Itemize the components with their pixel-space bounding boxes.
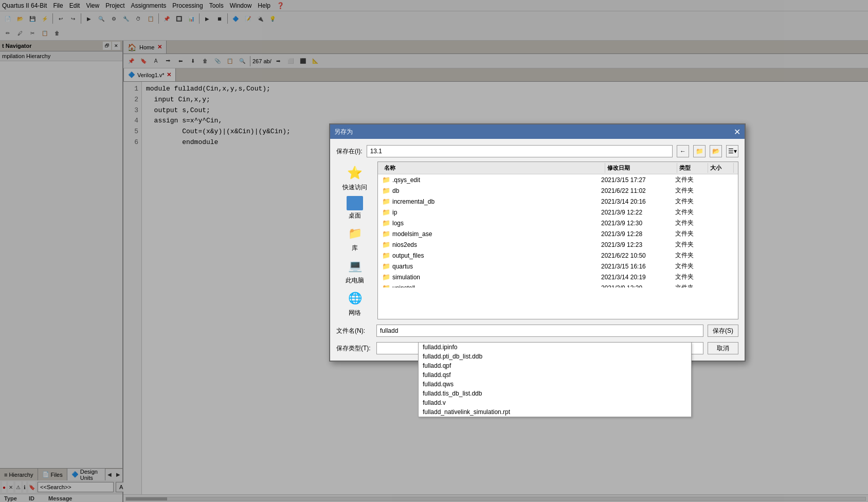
file-icon: 📁 bbox=[382, 241, 390, 248]
file-type: 文件夹 bbox=[675, 262, 706, 271]
shortcut-network-label: 网络 bbox=[349, 309, 361, 317]
autocomplete-item[interactable]: fulladd.tis_db_list.ddb bbox=[419, 389, 691, 398]
save-dialog: 另存为 ✕ 保存在(I): ← 📁 📂 ☰▾ ⭐ 快速访问 bbox=[329, 123, 746, 362]
autocomplete-item[interactable]: fulladd.qws bbox=[419, 380, 691, 389]
quick-access-icon: ⭐ bbox=[346, 164, 364, 182]
file-name: db bbox=[392, 187, 599, 194]
cancel-btn[interactable]: 取消 bbox=[708, 342, 738, 354]
save-in-label: 保存在(I): bbox=[336, 147, 363, 156]
file-row[interactable]: 📁 quartus 2021/3/15 16:16 文件夹 bbox=[378, 261, 738, 272]
nav-new-btn[interactable]: 📂 bbox=[710, 145, 722, 157]
autocomplete-item[interactable]: fulladd.v bbox=[419, 398, 691, 407]
autocomplete-item[interactable]: fulladd.pti_db_list.ddb bbox=[419, 352, 691, 361]
dialog-title: 另存为 bbox=[334, 128, 353, 136]
file-icon: 📁 bbox=[382, 176, 390, 184]
file-type: 文件夹 bbox=[675, 186, 706, 195]
filetype-label: 保存类型(T): bbox=[336, 344, 372, 353]
col-name[interactable]: 名称 bbox=[382, 163, 605, 173]
file-row[interactable]: 📁 nios2eds 2021/3/9 12:23 文件夹 bbox=[378, 239, 738, 250]
filename-input[interactable] bbox=[376, 325, 703, 337]
file-date: 2021/3/9 12:28 bbox=[601, 230, 673, 238]
file-row[interactable]: 📁 uninstall 2021/3/9 12:29 文件夹 bbox=[378, 282, 738, 288]
file-icon: 📁 bbox=[382, 198, 390, 205]
col-size[interactable]: 大小 bbox=[708, 163, 734, 173]
file-name: quartus bbox=[392, 263, 599, 270]
filename-label: 文件名(N): bbox=[336, 327, 372, 335]
file-row[interactable]: 📁 .qsys_edit 2021/3/15 17:27 文件夹 bbox=[378, 174, 738, 185]
shortcut-quick-access-label: 快速访问 bbox=[342, 183, 367, 192]
nav-view-btn[interactable]: ☰▾ bbox=[726, 145, 738, 157]
shortcut-desktop[interactable]: 桌面 bbox=[347, 196, 363, 220]
file-type: 文件夹 bbox=[675, 273, 706, 281]
file-row[interactable]: 📁 output_files 2021/6/22 10:50 文件夹 bbox=[378, 250, 738, 261]
save-btn[interactable]: 保存(S) bbox=[708, 325, 738, 337]
dialog-close-btn[interactable]: ✕ bbox=[734, 127, 740, 137]
file-date: 2021/3/9 12:23 bbox=[601, 241, 673, 248]
file-icon: 📁 bbox=[382, 284, 390, 288]
desktop-icon bbox=[347, 196, 363, 210]
nav-up-btn[interactable]: 📁 bbox=[693, 145, 706, 157]
file-name: simulation bbox=[392, 274, 599, 281]
file-date: 2021/3/9 12:22 bbox=[601, 209, 673, 216]
file-date: 2021/3/9 12:30 bbox=[601, 220, 673, 227]
autocomplete-item[interactable]: fulladd_nativelink_simulation.rpt bbox=[419, 407, 691, 417]
file-row[interactable]: 📁 simulation 2021/3/14 20:19 文件夹 bbox=[378, 272, 738, 282]
file-icon: 📁 bbox=[382, 187, 390, 194]
autocomplete-dropdown: fulladd.ipinfofulladd.pti_db_list.ddbful… bbox=[418, 342, 692, 417]
autocomplete-item[interactable]: fulladd.qsf bbox=[419, 370, 691, 380]
col-type[interactable]: 类型 bbox=[677, 163, 708, 173]
file-type: 文件夹 bbox=[675, 208, 706, 217]
file-row[interactable]: 📁 logs 2021/3/9 12:30 文件夹 bbox=[378, 218, 738, 228]
file-type: 文件夹 bbox=[675, 175, 706, 184]
file-date: 2021/6/22 10:50 bbox=[601, 252, 673, 259]
file-type: 文件夹 bbox=[675, 219, 706, 227]
file-name: nios2eds bbox=[392, 241, 599, 248]
shortcut-network[interactable]: 🌐 网络 bbox=[346, 289, 364, 317]
file-row[interactable]: 📁 db 2021/6/22 11:02 文件夹 bbox=[378, 185, 738, 196]
save-in-input[interactable] bbox=[367, 145, 673, 157]
file-date: 2021/3/9 12:29 bbox=[601, 284, 673, 288]
dialog-file-area: 名称 修改日期 类型 大小 📁 .qsys_edit 2021/3/15 17:… bbox=[377, 162, 738, 319]
dialog-titlebar: 另存为 ✕ bbox=[330, 124, 745, 139]
file-icon: 📁 bbox=[382, 230, 390, 238]
dialog-content-area: ⭐ 快速访问 桌面 📁 库 💻 此电脑 bbox=[336, 162, 738, 319]
col-modified[interactable]: 修改日期 bbox=[605, 163, 677, 173]
autocomplete-item[interactable]: fulladd.qpf bbox=[419, 361, 691, 370]
file-icon: 📁 bbox=[382, 252, 390, 259]
file-list-header: 名称 修改日期 类型 大小 bbox=[378, 162, 738, 174]
file-name: .qsys_edit bbox=[392, 176, 599, 184]
shortcut-desktop-label: 桌面 bbox=[349, 211, 361, 220]
file-icon: 📁 bbox=[382, 273, 390, 281]
file-name: uninstall bbox=[392, 284, 599, 288]
computer-icon: 💻 bbox=[346, 257, 364, 275]
dialog-shortcuts: ⭐ 快速访问 桌面 📁 库 💻 此电脑 bbox=[336, 162, 373, 319]
network-icon: 🌐 bbox=[346, 289, 364, 308]
file-type: 文件夹 bbox=[675, 240, 706, 249]
shortcut-computer[interactable]: 💻 此电脑 bbox=[346, 257, 364, 285]
autocomplete-item[interactable]: fulladd.ipinfo bbox=[419, 343, 691, 352]
file-name: modelsim_ase bbox=[392, 230, 599, 238]
shortcut-library[interactable]: 📁 库 bbox=[346, 224, 364, 253]
nav-back-btn[interactable]: ← bbox=[677, 145, 689, 157]
shortcut-quick-access[interactable]: ⭐ 快速访问 bbox=[342, 164, 367, 192]
file-icon: 📁 bbox=[382, 219, 390, 227]
file-name: incremental_db bbox=[392, 198, 599, 205]
file-type: 文件夹 bbox=[675, 197, 706, 206]
library-icon: 📁 bbox=[346, 224, 364, 243]
file-date: 2021/3/14 20:16 bbox=[601, 198, 673, 205]
shortcut-computer-label: 此电脑 bbox=[346, 276, 364, 285]
file-type: 文件夹 bbox=[675, 229, 706, 238]
file-date: 2021/3/15 16:16 bbox=[601, 263, 673, 270]
file-name: logs bbox=[392, 220, 599, 227]
file-row[interactable]: 📁 ip 2021/3/9 12:22 文件夹 bbox=[378, 207, 738, 218]
dialog-body: 保存在(I): ← 📁 📂 ☰▾ ⭐ 快速访问 桌面 bbox=[330, 139, 745, 361]
file-icon: 📁 bbox=[382, 262, 390, 270]
file-icon: 📁 bbox=[382, 208, 390, 216]
file-name: output_files bbox=[392, 252, 599, 259]
file-row[interactable]: 📁 modelsim_ase 2021/3/9 12:28 文件夹 bbox=[378, 228, 738, 239]
dialog-overlay: 另存为 ✕ 保存在(I): ← 📁 📂 ☰▾ ⭐ 快速访问 bbox=[0, 0, 868, 502]
file-list-body[interactable]: 📁 .qsys_edit 2021/3/15 17:27 文件夹 📁 db 20… bbox=[378, 174, 738, 288]
file-row[interactable]: 📁 incremental_db 2021/3/14 20:16 文件夹 bbox=[378, 196, 738, 207]
file-date: 2021/6/22 11:02 bbox=[601, 187, 673, 194]
file-date: 2021/3/15 17:27 bbox=[601, 176, 673, 184]
